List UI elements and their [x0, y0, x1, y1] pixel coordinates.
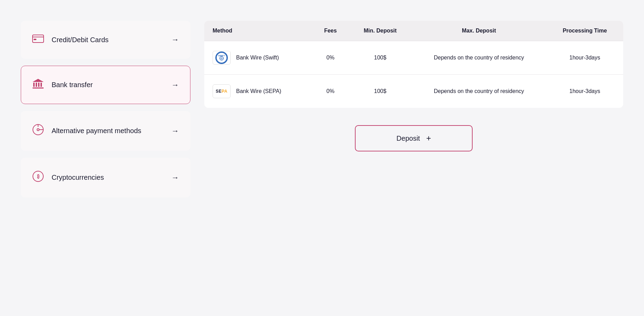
col-fees: Fees	[312, 21, 349, 41]
deposit-label: Deposit	[396, 134, 420, 142]
col-processing-time: Processing Time	[546, 21, 623, 41]
swift-logo-wrapper: SWIFT	[213, 51, 231, 65]
row2-min-deposit: 100$	[349, 75, 412, 108]
deposit-button-wrapper: Deposit +	[204, 125, 623, 151]
svg-rect-5	[38, 83, 39, 87]
svg-text:₿: ₿	[37, 174, 39, 179]
col-max-deposit: Max. Deposit	[411, 21, 546, 41]
alt-payment-icon	[32, 124, 44, 138]
sidebar-item-crypto-left: ₿ Cryptocurrencies	[32, 170, 104, 185]
svg-point-10	[37, 129, 39, 131]
svg-marker-7	[33, 79, 44, 82]
sidebar: Credit/Debit Cards → Bank transfer	[21, 21, 190, 295]
sidebar-item-crypto-arrow: →	[171, 173, 179, 182]
sidebar-item-alt-arrow: →	[171, 127, 179, 136]
deposit-button[interactable]: Deposit +	[355, 125, 473, 151]
sidebar-item-alt-label: Alternative payment methods	[52, 127, 141, 135]
row2-fees: 0%	[312, 75, 349, 108]
table-header-row: Method Fees Min. Deposit Max. Deposit Pr…	[204, 21, 623, 41]
svg-rect-3	[33, 83, 35, 87]
sidebar-item-crypto[interactable]: ₿ Cryptocurrencies →	[21, 158, 190, 197]
sidebar-item-bank-transfer[interactable]: Bank transfer →	[21, 66, 190, 104]
svg-rect-2	[34, 39, 36, 40]
bank-icon	[32, 78, 44, 91]
table-row: SWIFT Bank Wire (Swift)	[204, 41, 623, 75]
svg-rect-6	[41, 83, 42, 87]
svg-rect-8	[33, 87, 44, 89]
sidebar-item-crypto-label: Cryptocurrencies	[52, 174, 104, 182]
sidebar-item-credit-debit[interactable]: Credit/Debit Cards →	[21, 21, 190, 59]
row1-fees: 0%	[312, 41, 349, 75]
sidebar-item-alt-left: Alternative payment methods	[32, 124, 141, 138]
credit-card-icon	[32, 34, 44, 46]
sepa-logo: SEPA	[216, 89, 227, 94]
row1-min-deposit: 100$	[349, 41, 412, 75]
sidebar-item-bank-label: Bank transfer	[52, 81, 93, 89]
row2-method-name: Bank Wire (SEPA)	[236, 88, 281, 94]
row1-method: SWIFT Bank Wire (Swift)	[204, 41, 312, 75]
sidebar-item-bank-arrow: →	[171, 81, 179, 90]
sidebar-item-alt-payment[interactable]: Alternative payment methods →	[21, 111, 190, 151]
row2-max-deposit: Depends on the country of residency	[411, 75, 546, 108]
sidebar-item-bank-left: Bank transfer	[32, 78, 93, 91]
row1-max-deposit: Depends on the country of residency	[411, 41, 546, 75]
main-content: Method Fees Min. Deposit Max. Deposit Pr…	[204, 21, 623, 295]
payment-table-wrapper: Method Fees Min. Deposit Max. Deposit Pr…	[204, 21, 623, 108]
sidebar-item-credit-debit-label: Credit/Debit Cards	[52, 36, 109, 44]
crypto-icon: ₿	[32, 170, 44, 185]
table-row: SEPA Bank Wire (SEPA) 0% 100$ Depends on…	[204, 75, 623, 108]
row1-processing-time: 1hour-3days	[546, 41, 623, 75]
sepa-logo-wrapper: SEPA	[213, 84, 231, 98]
svg-rect-4	[36, 83, 37, 87]
row2-processing-time: 1hour-3days	[546, 75, 623, 108]
sidebar-item-credit-debit-arrow: →	[171, 35, 179, 44]
row1-method-name: Bank Wire (Swift)	[236, 55, 279, 61]
col-method: Method	[204, 21, 312, 41]
swift-logo: SWIFT	[215, 52, 228, 64]
sidebar-item-left: Credit/Debit Cards	[32, 34, 109, 46]
row2-method: SEPA Bank Wire (SEPA)	[204, 75, 312, 108]
col-min-deposit: Min. Deposit	[349, 21, 412, 41]
deposit-plus-icon: +	[426, 133, 431, 143]
payment-table: Method Fees Min. Deposit Max. Deposit Pr…	[204, 21, 623, 108]
